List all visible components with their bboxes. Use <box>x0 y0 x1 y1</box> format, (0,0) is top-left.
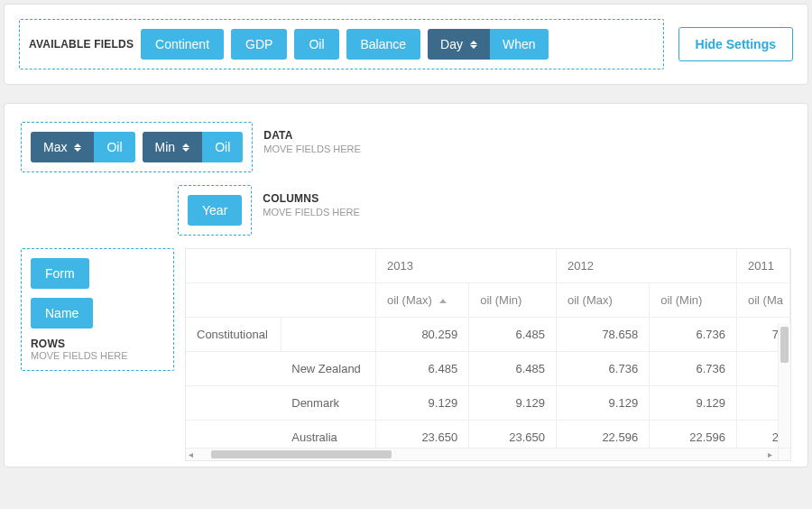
data-dropzone[interactable]: Max Oil Min Oil <box>21 122 253 172</box>
value-cell: 78.658 <box>557 318 650 352</box>
data-item-min-oil[interactable]: Min Oil <box>143 132 244 162</box>
value-cell: 9.129 <box>469 386 557 421</box>
data-hint: MOVE FIELDS HERE <box>263 143 361 154</box>
horizontal-scrollbar[interactable]: ◂ ▸ <box>186 448 778 460</box>
table-row: New Zealand 6.485 6.485 6.736 6.736 <box>186 352 790 386</box>
day-selector-label: Day <box>440 37 463 51</box>
col-header-oilmin-2012[interactable]: oil (Min) <box>650 283 737 318</box>
group-cell <box>186 352 281 386</box>
sort-asc-icon <box>439 299 447 303</box>
agg-label: Min <box>155 140 176 154</box>
data-item-max-oil[interactable]: Max Oil <box>31 132 135 162</box>
value-cell: 9.129 <box>650 386 737 421</box>
updown-icon <box>182 143 189 152</box>
vertical-scroll-thumb[interactable] <box>780 327 789 363</box>
rows-dropzone[interactable]: Form Name ROWS MOVE FIELDS HERE <box>21 248 174 371</box>
value-cell: 6.485 <box>376 352 469 386</box>
column-chip-year[interactable]: Year <box>188 195 242 226</box>
col-header-oilmax-2012[interactable]: oil (Max) <box>557 283 650 318</box>
value-cell: 9.129 <box>376 386 469 421</box>
scroll-right-icon[interactable]: ▸ <box>765 449 774 459</box>
value-cell: 6.485 <box>469 318 557 352</box>
value-cell: 80.259 <box>376 318 469 352</box>
agg-selector-min[interactable]: Min <box>143 132 203 162</box>
data-label: DATA <box>263 129 361 142</box>
hide-settings-button[interactable]: Hide Settings <box>678 27 793 61</box>
agg-selector-max[interactable]: Max <box>31 132 94 162</box>
value-cell: 9.129 <box>557 386 650 421</box>
data-field-oil-2[interactable]: Oil <box>202 132 243 162</box>
scroll-corner <box>778 448 790 460</box>
table-row: Denmark 9.129 9.129 9.129 9.129 <box>186 386 790 421</box>
rows-label: ROWS <box>31 338 164 350</box>
value-cell: 6.736 <box>650 318 737 352</box>
columns-label: COLUMNS <box>263 192 360 205</box>
row-chip-form[interactable]: Form <box>31 258 89 289</box>
value-cell: 6.736 <box>650 352 737 386</box>
scroll-left-icon[interactable]: ◂ <box>186 449 195 459</box>
available-fields-dropzone[interactable]: AVAILABLE FIELDS Continent GDP Oil Balan… <box>19 19 664 69</box>
year-header-2013[interactable]: 2013 <box>376 249 557 283</box>
columns-hint: MOVE FIELDS HERE <box>263 207 360 217</box>
col-header-oilmin-2013[interactable]: oil (Min) <box>469 283 557 318</box>
agg-label: Max <box>43 140 67 154</box>
data-section-label: DATA MOVE FIELDS HERE <box>263 122 361 154</box>
subheader-blank <box>186 283 376 318</box>
columns-section-label: COLUMNS MOVE FIELDS HERE <box>263 185 360 217</box>
group-cell <box>186 386 281 421</box>
value-cell: 6.736 <box>557 352 650 386</box>
available-fields-panel: AVAILABLE FIELDS Continent GDP Oil Balan… <box>4 4 808 85</box>
field-chip-continent[interactable]: Continent <box>141 29 224 60</box>
row-chip-name[interactable]: Name <box>31 298 93 329</box>
value-cell: 6.485 <box>469 352 557 386</box>
year-header-2012[interactable]: 2012 <box>557 249 737 283</box>
horizontal-scroll-thumb[interactable] <box>211 450 392 458</box>
field-chip-day-group[interactable]: Day When <box>428 29 548 60</box>
rows-hint: MOVE FIELDS HERE <box>31 350 164 361</box>
day-selector[interactable]: Day <box>428 29 490 60</box>
vertical-scrollbar[interactable] <box>778 323 790 448</box>
name-cell: New Zealand <box>281 352 375 386</box>
corner-cell <box>186 249 376 283</box>
when-chip[interactable]: When <box>490 29 549 60</box>
name-cell <box>281 318 375 352</box>
group-cell: Constitutional <box>186 318 281 352</box>
table-row: Constitutional 80.259 6.485 78.658 6.736… <box>186 318 790 352</box>
col-header-oilmax-2011[interactable]: oil (Ma <box>737 283 790 318</box>
field-chip-oil[interactable]: Oil <box>294 29 338 60</box>
col-header-oilmax-2013[interactable]: oil (Max) <box>376 283 469 318</box>
field-chip-balance[interactable]: Balance <box>346 29 421 60</box>
updown-icon <box>470 41 477 49</box>
year-header-2011[interactable]: 2011 <box>737 249 790 283</box>
field-chip-gdp[interactable]: GDP <box>231 29 287 60</box>
name-cell: Denmark <box>281 386 375 421</box>
pivot-config-panel: Max Oil Min Oil DATA MOVE FIELDS HERE <box>4 103 808 467</box>
pivot-table: 2013 2012 2011 oil (Max) oil (Min) oil (… <box>185 248 791 461</box>
data-field-oil-1[interactable]: Oil <box>94 132 134 162</box>
columns-dropzone[interactable]: Year <box>178 185 252 236</box>
updown-icon <box>74 143 81 152</box>
available-fields-label: AVAILABLE FIELDS <box>29 38 134 51</box>
